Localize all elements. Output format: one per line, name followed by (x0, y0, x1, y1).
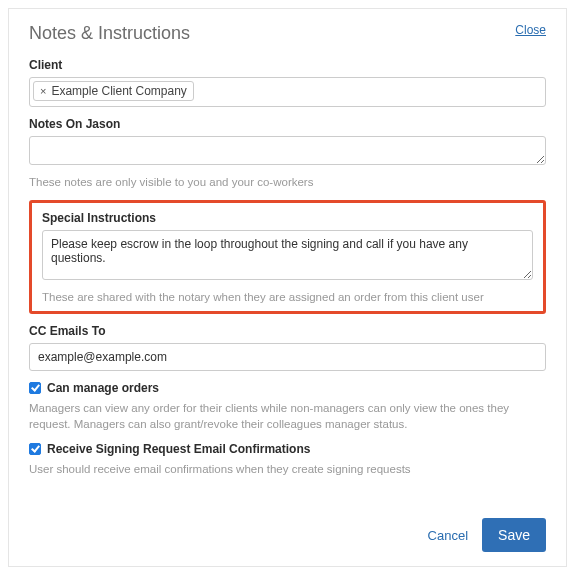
notes-on-label: Notes On Jason (29, 117, 546, 131)
special-instructions-input[interactable] (42, 230, 533, 280)
notes-instructions-panel: Notes & Instructions Close Client × Exam… (8, 8, 567, 567)
client-chip[interactable]: × Example Client Company (33, 81, 194, 101)
can-manage-orders-checkbox[interactable] (29, 382, 41, 394)
special-instructions-hint: These are shared with the notary when th… (42, 289, 533, 305)
close-link[interactable]: Close (515, 23, 546, 37)
receive-email-checkbox[interactable] (29, 443, 41, 455)
cc-emails-label: CC Emails To (29, 324, 546, 338)
client-label: Client (29, 58, 546, 72)
save-button[interactable]: Save (482, 518, 546, 552)
notes-on-hint: These notes are only visible to you and … (29, 174, 546, 190)
chip-remove-icon[interactable]: × (40, 85, 46, 97)
client-field[interactable]: × Example Client Company (29, 77, 546, 107)
receive-email-label: Receive Signing Request Email Confirmati… (47, 442, 310, 456)
special-instructions-label: Special Instructions (42, 211, 533, 225)
cc-emails-input[interactable] (29, 343, 546, 371)
special-instructions-highlight: Special Instructions These are shared wi… (29, 200, 546, 314)
page-title: Notes & Instructions (29, 23, 190, 44)
can-manage-orders-hint: Managers can view any order for their cl… (29, 400, 546, 432)
cancel-button[interactable]: Cancel (428, 528, 468, 543)
can-manage-orders-label: Can manage orders (47, 381, 159, 395)
receive-email-hint: User should receive email confirmations … (29, 461, 546, 477)
notes-on-input[interactable] (29, 136, 546, 165)
chip-label: Example Client Company (51, 84, 186, 98)
